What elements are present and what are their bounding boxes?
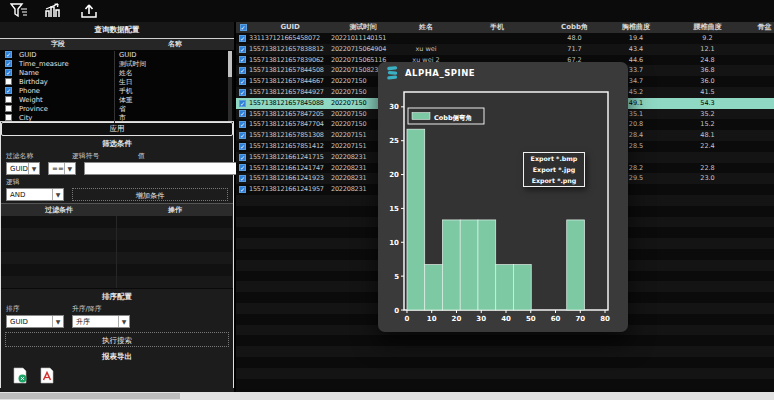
filter-field-label: 过滤名称 [6,151,72,160]
table-cell: 36.0 [660,76,755,87]
checkbox[interactable]: ✓ [239,89,246,96]
table-cell: 1557138121661241747 [249,163,331,174]
filter-section-title: 筛选条件 [1,136,233,151]
field-id: City [16,114,114,122]
filter-empty-row [1,240,233,252]
checkbox[interactable]: ✓ [5,60,12,67]
statistics-icon[interactable] [43,2,65,20]
table-row[interactable]: ✓3311371216654580722022101114015148.019.… [236,33,774,44]
sort-order-select[interactable]: 升序▼ [72,315,130,328]
svg-text:0: 0 [394,307,399,315]
checkbox[interactable]: ✓ [240,24,247,31]
svg-text:Cobb侧弯角: Cobb侧弯角 [434,114,472,122]
field-id: Phone [16,87,114,95]
checkbox[interactable]: ✓ [239,56,246,63]
filter-op-col-header: 操作 [117,204,233,216]
export-menu-item[interactable]: Export *.png [524,175,584,186]
checkbox[interactable] [5,114,12,121]
svg-text:50: 50 [526,315,536,323]
filter-empty-row [1,252,233,264]
table-cell: 9.2 [660,33,755,44]
sidebar: 查询数据配置 字段 名称 ✓GUIDGUID✓Time_measure测试时间✓… [0,22,234,392]
export-menu-item[interactable]: Export *.jpg [524,164,584,175]
checkbox[interactable]: ✓ [239,100,246,107]
sort-field-select[interactable]: GUID▼ [6,315,64,328]
table-cell: 35.2 [660,109,755,120]
checkbox[interactable]: ✓ [239,175,246,182]
checkbox[interactable]: ✓ [239,164,246,171]
table-cell: 1557138121657839062 [249,55,331,66]
checkbox[interactable]: ✓ [239,186,246,193]
export-menu-item[interactable]: Export *.bmp [524,153,584,164]
horizontal-scrollbar[interactable] [0,392,774,400]
table-cell: 1557138121657844927 [249,87,331,98]
checkbox[interactable]: ✓ [239,110,246,117]
checkbox[interactable]: ✓ [239,78,246,85]
excel-file-icon[interactable] [13,367,28,388]
table-cell: 1557138121661241923 [249,173,331,184]
window-titlebar[interactable]: ALPHA_SPINE [378,62,628,84]
column-header: 腰椎曲度 [660,22,755,33]
table-cell: 43.4 [612,44,660,55]
field-id: Province [16,105,114,113]
table-cell: 15.2 [660,119,755,130]
table-row-empty [236,335,774,346]
table-cell: 1557138121657844667 [249,76,331,87]
filter-field-select[interactable]: GUID▼ [6,162,40,175]
table-cell: 24.8 [660,55,755,66]
checkbox[interactable]: ✓ [239,143,246,150]
table-cell: 1557138121657851412 [249,141,331,152]
table-header-row: ✓GUID测试时间姓名手机Cobb角胸椎曲度腰椎曲度骨盆 [236,22,774,33]
export-icon[interactable] [78,2,100,20]
table-row[interactable]: ✓155713812165783881220220715064904xu wei… [236,44,774,55]
field-row[interactable]: City市 [0,113,234,122]
checkbox[interactable]: ✓ [5,87,12,94]
sidebar-title: 查询数据配置 [0,22,234,38]
table-cell: 1557138121661241715 [249,152,331,163]
field-name: GUID [114,51,234,59]
add-condition-button[interactable]: 增加条件 [72,188,228,201]
checkbox[interactable]: ✓ [5,69,12,76]
checkbox[interactable]: ✓ [239,154,246,161]
filter-empty-row [1,276,233,288]
checkbox[interactable]: ✓ [239,67,246,74]
chevron-down-icon: ▼ [64,163,75,174]
svg-text:20: 20 [452,315,462,323]
checkbox[interactable] [5,105,12,112]
filter-operator-select[interactable]: ==▼ [48,162,76,175]
filter-empty-row [1,228,233,240]
filter-icon[interactable] [8,2,30,20]
checkbox[interactable]: ✓ [239,132,246,139]
checkbox[interactable] [5,96,12,103]
svg-text:40: 40 [501,315,511,323]
column-header: 手机 [457,22,537,33]
table-cell: 54.3 [660,98,755,109]
checkbox[interactable]: ✓ [5,51,12,58]
chevron-down-icon: ▼ [52,316,63,327]
pdf-file-icon[interactable] [40,367,55,388]
checkbox[interactable]: ✓ [239,35,246,42]
table-cell: 23.0 [660,173,755,184]
apply-button[interactable]: 应用 [1,122,233,136]
checkbox[interactable]: ✓ [239,121,246,128]
table-cell: 20221011140151 [331,33,395,44]
svg-text:5: 5 [394,273,399,281]
hscroll-thumb[interactable] [0,393,180,399]
logic-select[interactable]: AND▼ [6,188,64,201]
table-cell: 22.8 [660,163,755,174]
spine-logo-icon [386,66,399,80]
checkbox[interactable] [5,78,12,85]
window-title: ALPHA_SPINE [405,68,475,78]
toolbar [0,0,774,22]
field-table-scrollbar[interactable] [228,51,232,121]
histogram-bar [407,129,425,310]
export-context-menu: Export *.bmpExport *.jpgExport *.png [523,152,585,187]
execute-search-button[interactable]: 执行搜索 [5,332,229,347]
alpha-spine-window[interactable]: ALPHA_SPINE 0102030405060708005101520253… [378,62,628,332]
checkbox[interactable]: ✓ [239,46,246,53]
order-label: 升序/降序 [72,304,138,313]
scrollbar-thumb[interactable] [228,51,232,77]
table-cell: 22.4 [660,141,755,152]
chevron-down-icon: ▼ [28,163,39,174]
select-all-header[interactable]: ✓ [236,22,249,33]
